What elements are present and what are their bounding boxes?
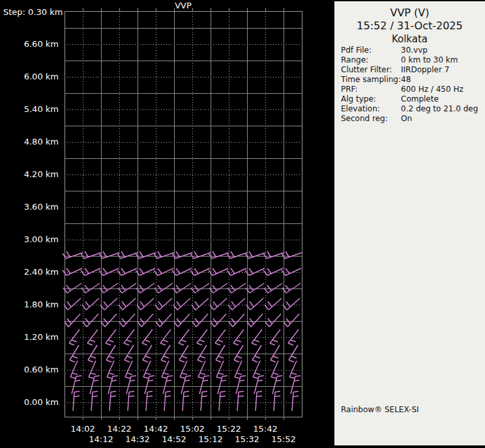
wind-barb-stroke [255, 356, 260, 358]
x-axis-label: 14:52 [162, 434, 186, 444]
wind-barb-stroke [231, 268, 235, 273]
wind-barb-stroke [67, 301, 71, 307]
wind-barb-stroke [246, 305, 250, 310]
wind-barb-stroke [291, 356, 297, 358]
wind-barb [101, 314, 117, 327]
field-value: 0 km to 30 km [401, 55, 458, 65]
wind-barb [265, 314, 281, 327]
wind-barb-stroke [202, 396, 207, 397]
wind-barb [209, 268, 228, 275]
wind-barb [263, 268, 283, 275]
wind-barb-stroke [164, 373, 169, 374]
field-value: 0.2 deg to 21.0 deg [401, 104, 478, 114]
wind-barb [219, 391, 226, 411]
wind-barb-stroke [85, 268, 89, 273]
wind-barb-stroke [173, 305, 177, 310]
wind-barb [190, 251, 211, 259]
wind-barb-stroke [176, 268, 180, 273]
wind-barb-stroke [140, 301, 144, 307]
wind-barb [209, 251, 229, 259]
wind-barb-stroke [250, 298, 263, 310]
footer-brand: Rainbow® SELEX-SI [341, 405, 419, 415]
wind-barb-stroke [210, 305, 214, 310]
y-axis-label: 3.60 km [0, 201, 59, 213]
wind-barb-stroke [273, 356, 278, 358]
wind-barb-stroke [182, 356, 187, 358]
wind-barb-stroke [213, 285, 216, 290]
wind-barb-stroke [131, 376, 136, 376]
wind-barb-stroke [291, 376, 295, 394]
wind-barb-stroke [109, 373, 114, 374]
wind-barb-stroke [249, 268, 253, 273]
wind-barb-stroke [90, 376, 95, 394]
wind-barb-stroke [158, 251, 161, 257]
wind-barb-stroke [249, 251, 252, 257]
wind-barb-stroke [82, 305, 86, 310]
wind-barb [117, 251, 138, 259]
y-axis-label: 1.80 km [0, 299, 59, 311]
wind-barb [190, 268, 210, 275]
wind-barb-stroke [159, 298, 172, 310]
wind-barb-stroke [197, 343, 202, 345]
wind-barb [63, 268, 82, 275]
wind-barb-stroke [160, 343, 166, 345]
wind-barb-stroke [158, 301, 162, 307]
wind-barb-stroke [274, 392, 275, 411]
wind-barb-stroke [145, 373, 151, 374]
wind-barb-stroke [200, 356, 205, 358]
wind-barb-stroke [72, 376, 76, 394]
wind-barb-stroke [164, 356, 169, 358]
wind-barb [173, 298, 190, 310]
wind-barb-stroke [89, 377, 94, 378]
wind-barb-stroke [93, 396, 98, 397]
wind-barb-stroke [66, 285, 70, 290]
wind-barb [237, 391, 244, 411]
wind-barb-stroke [204, 376, 209, 376]
wind-barb-stroke [215, 343, 220, 345]
y-axis-label: 6.60 km [0, 38, 59, 50]
wind-barb-stroke [239, 396, 244, 397]
wind-barb-stroke [100, 305, 104, 310]
wind-barb-stroke [149, 376, 154, 376]
field-label: Time sampling: [341, 75, 401, 85]
wind-barb [136, 268, 155, 275]
wind-barb-stroke [286, 268, 289, 273]
wind-barb-stroke [194, 251, 198, 257]
wind-barb [154, 268, 173, 275]
x-axis-label: 15:52 [271, 434, 295, 444]
wind-barb-stroke [254, 340, 259, 342]
wind-barb-stroke [145, 356, 151, 358]
wind-barb-stroke [122, 301, 126, 307]
y-axis-label: 2.40 km [0, 266, 59, 278]
panel-datetime: 15:52 / 31-Oct-2025 [334, 19, 485, 32]
wind-barb [265, 298, 282, 310]
wind-barb-stroke [268, 301, 272, 307]
wind-barb [246, 283, 264, 293]
wind-barb-stroke [271, 360, 276, 362]
panel-field-row: Pdf File:30.vvp [341, 46, 484, 55]
wind-barb-stroke [287, 314, 299, 327]
wind-barb-stroke [123, 314, 135, 327]
wind-barb [70, 361, 78, 378]
wind-barb-stroke [177, 298, 190, 310]
field-value: 48 [401, 75, 411, 85]
wind-barb [289, 361, 297, 378]
wind-barb-stroke [106, 360, 111, 362]
wind-barb-stroke [141, 314, 153, 327]
wind-barb-stroke [178, 314, 190, 327]
wind-barb-stroke [272, 340, 278, 342]
wind-barb-stroke [70, 360, 75, 362]
wind-barb-stroke [103, 285, 107, 290]
wind-barb-stroke [202, 391, 207, 392]
wind-barb-stroke [93, 391, 98, 392]
wind-barb-stroke [123, 298, 136, 310]
wind-barb-stroke [73, 392, 74, 411]
wind-barb-stroke [276, 380, 281, 381]
wind-barb-stroke [76, 376, 81, 376]
wind-barb-stroke [275, 396, 280, 397]
wind-barb-stroke [275, 391, 280, 392]
wind-barb [118, 283, 136, 293]
wind-barb-stroke [128, 392, 129, 411]
y-axis-label: 5.40 km [0, 104, 59, 115]
wind-barb-stroke [267, 268, 271, 273]
